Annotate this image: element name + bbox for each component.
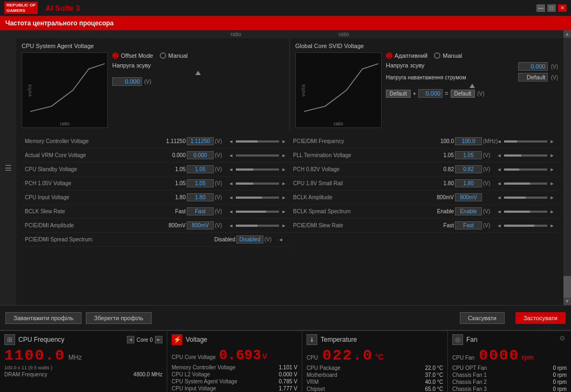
setting-value-r1: 1.05 xyxy=(430,152,454,158)
arr-left-6[interactable]: ◄ xyxy=(228,223,234,228)
right-offset-input[interactable] xyxy=(518,62,548,71)
rog-logo: REPUBLIC OF GAMERS xyxy=(4,2,38,14)
sidebar-toggle[interactable]: ☰ xyxy=(0,30,16,305)
cpu-nav-prev[interactable]: ◄ xyxy=(127,336,134,343)
setting-unit-r0: (MHz) xyxy=(483,138,497,144)
setting-input-7[interactable] xyxy=(236,235,263,244)
setting-row-r3: CPU 1.8V Small Rail 1.80 (V) ◄ ► xyxy=(290,177,558,191)
arr-left-3[interactable]: ◄ xyxy=(228,181,234,186)
volt-val-3: 1.777 V xyxy=(279,386,297,391)
setting-input-1[interactable] xyxy=(187,151,214,159)
arr-right-2[interactable]: ► xyxy=(281,167,287,172)
arr-left-7[interactable]: ◄ xyxy=(278,237,283,242)
arr-right-r1[interactable]: ► xyxy=(549,153,555,158)
apply-button[interactable]: Застосувати xyxy=(515,312,566,324)
arr-left-r6[interactable]: ◄ xyxy=(497,223,502,228)
setting-input-r6[interactable] xyxy=(455,221,482,229)
right-load-input[interactable] xyxy=(518,73,548,82)
setting-input-0[interactable] xyxy=(187,137,214,145)
minimize-button[interactable]: — xyxy=(536,4,545,12)
right-eq-right[interactable]: Default xyxy=(451,90,475,98)
arr-left-1[interactable]: ◄ xyxy=(228,153,234,158)
left-voltage-input[interactable] xyxy=(112,77,142,86)
setting-label-7: PCIE/DMI Spread Spectrum xyxy=(25,236,211,242)
arr-right-0[interactable]: ► xyxy=(281,139,287,144)
right-panel-title: Global Core SVID Voltage xyxy=(295,43,558,49)
setting-input-r5[interactable] xyxy=(455,207,482,215)
fan-icon: ◎ xyxy=(452,334,463,345)
volt-val-1: 0.000 V xyxy=(279,371,297,377)
cpu-nav-next[interactable]: ► xyxy=(155,336,162,343)
setting-input-r4[interactable] xyxy=(455,193,482,201)
scroll-down-button[interactable]: ▼ xyxy=(563,298,571,305)
arr-right-4[interactable]: ► xyxy=(281,195,287,200)
setting-arrows-7: ◄ xyxy=(278,237,287,242)
right-eq-mid[interactable] xyxy=(418,89,443,98)
arr-left-r2[interactable]: ◄ xyxy=(497,167,502,172)
scrollbar[interactable]: ▲ ▼ xyxy=(563,30,571,305)
arr-left-0[interactable]: ◄ xyxy=(228,139,234,144)
setting-input-6[interactable] xyxy=(187,221,214,229)
setting-value-4: 1.80 xyxy=(161,194,186,200)
temp-row-2: VRM 40.0 °C xyxy=(307,379,443,385)
arr-right-r2[interactable]: ► xyxy=(549,167,555,172)
scroll-up-button[interactable]: ▲ xyxy=(563,30,571,38)
arr-left-2[interactable]: ◄ xyxy=(228,167,234,172)
setting-input-r1[interactable] xyxy=(455,151,482,159)
setting-input-r0[interactable] xyxy=(455,137,482,145)
arr-left-r5[interactable]: ◄ xyxy=(497,209,502,214)
scroll-panel[interactable]: ratio ratio CPU System Agent Voltage vol… xyxy=(16,30,563,305)
arr-left-4[interactable]: ◄ xyxy=(228,195,234,200)
arr-right-r4[interactable]: ► xyxy=(549,195,555,200)
load-profile-button[interactable]: Завантажити профіль xyxy=(5,312,81,324)
setting-input-5[interactable] xyxy=(187,207,214,215)
volt-row-0: Memory Controller Voltage 1.101 V xyxy=(172,364,297,370)
arr-right-r6[interactable]: ► xyxy=(549,223,555,228)
right-eq-left[interactable]: Default xyxy=(386,90,411,98)
right-radio-manual[interactable]: Manual xyxy=(434,52,462,59)
setting-input-r3[interactable] xyxy=(455,179,482,187)
close-button[interactable]: ✕ xyxy=(558,4,567,12)
left-radio-manual[interactable]: Manual xyxy=(160,52,188,59)
settings-grid: Memory Controller Voltage 1.11250 (V) ◄ … xyxy=(22,134,558,247)
fan-val-3: 0 rpm xyxy=(553,386,567,392)
temp-label-1: Motherboard xyxy=(307,372,337,378)
setting-input-r2[interactable] xyxy=(455,165,482,173)
arr-right-r0[interactable]: ► xyxy=(549,139,555,144)
volt-label-3: CPU Input Voltage xyxy=(172,386,216,391)
arr-right-r3[interactable]: ► xyxy=(549,181,555,186)
arr-left-r3[interactable]: ◄ xyxy=(497,181,502,186)
left-radio-dot-offset xyxy=(112,52,119,59)
cpu-frequency-panel: ⊞ CPU Frequency ◄ Core 0 ► 1100.0 MHz 10… xyxy=(0,331,167,392)
arr-right-r5[interactable]: ► xyxy=(549,209,555,214)
volt-val-0: 1.101 V xyxy=(279,364,297,370)
arr-right-5[interactable]: ► xyxy=(281,209,287,214)
voltage-main-unit: V xyxy=(262,352,267,361)
gear-icon[interactable]: ⚙ xyxy=(559,334,568,343)
setting-value-1: 0.000 xyxy=(161,152,186,158)
arr-left-r4[interactable]: ◄ xyxy=(497,195,502,200)
arr-left-5[interactable]: ◄ xyxy=(228,209,234,214)
right-radio-adaptive[interactable]: Адаптивний xyxy=(386,52,427,59)
maximize-button[interactable]: □ xyxy=(547,4,556,12)
left-radio-offset[interactable]: Offset Mode xyxy=(112,52,153,59)
arr-right-6[interactable]: ► xyxy=(281,223,287,228)
fan-val-0: 0 rpm xyxy=(553,365,567,371)
setting-input-2[interactable] xyxy=(187,165,214,173)
arr-left-r0[interactable]: ◄ xyxy=(497,139,502,144)
voltage-panels: CPU System Agent Voltage volts ratio xyxy=(16,38,563,132)
arr-right-3[interactable]: ► xyxy=(281,181,287,186)
temp-main-value: 022.0 xyxy=(322,347,373,364)
cancel-button[interactable]: Скасувати xyxy=(460,312,505,324)
arr-right-1[interactable]: ► xyxy=(281,153,287,158)
save-profile-button[interactable]: Зберегти профіль xyxy=(86,312,151,324)
setting-input-4[interactable] xyxy=(187,193,214,201)
scroll-track[interactable] xyxy=(563,38,571,298)
dram-label: DRAM Frequency xyxy=(4,371,47,377)
arr-left-r1[interactable]: ◄ xyxy=(497,153,502,158)
setting-row-0: Memory Controller Voltage 1.11250 (V) ◄ … xyxy=(22,134,290,148)
temp-label-0: CPU Package xyxy=(307,365,341,371)
scroll-thumb[interactable] xyxy=(563,276,571,298)
setting-input-3[interactable] xyxy=(187,179,214,187)
cpu-title: CPU Frequency xyxy=(18,336,64,343)
